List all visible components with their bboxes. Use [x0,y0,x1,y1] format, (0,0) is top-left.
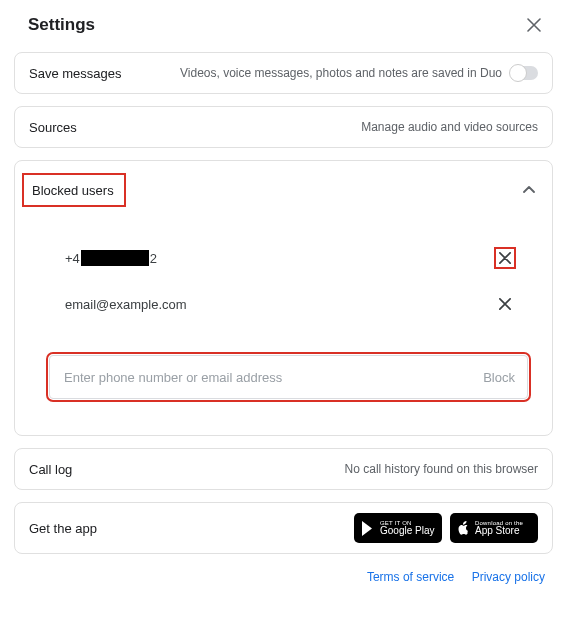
page-title: Settings [28,15,95,35]
blocked-number-suffix: 2 [150,251,157,266]
save-messages-label: Save messages [29,66,122,81]
save-messages-toggle[interactable] [510,66,538,80]
blocked-entry: email@example.com [65,287,516,333]
get-app-card: Get the app GET IT ON Google Play Downlo… [14,502,553,554]
app-store-big: App Store [475,526,523,536]
save-messages-desc: Videos, voice messages, photos and notes… [122,66,511,80]
blocked-email: email@example.com [65,297,187,312]
terms-link[interactable]: Terms of service [367,570,454,584]
blocked-list: +4 2 email@example.com [15,219,552,341]
blocked-entry: +4 2 [65,241,516,287]
call-log-desc: No call history found on this browser [345,462,538,476]
apple-icon [457,521,470,536]
block-input[interactable] [64,370,481,385]
blocked-users-header[interactable]: Blocked users [22,173,126,207]
google-play-icon [361,521,375,536]
call-log-card: Call log No call history found on this b… [14,448,553,490]
sources-label: Sources [29,120,77,135]
block-input-row: Block [49,355,528,399]
blocked-users-card: Blocked users +4 2 email@example.com Blo… [14,160,553,436]
app-store-badge[interactable]: Download on the App Store [450,513,538,543]
redacted-segment [81,250,149,266]
save-messages-card: Save messages Videos, voice messages, ph… [14,52,553,94]
close-icon [527,18,541,32]
privacy-link[interactable]: Privacy policy [472,570,545,584]
block-button[interactable]: Block [481,366,517,389]
chevron-up-icon [523,186,535,194]
close-icon [499,252,511,264]
sources-card[interactable]: Sources Manage audio and video sources [14,106,553,148]
call-log-label: Call log [29,462,72,477]
google-play-badge[interactable]: GET IT ON Google Play [354,513,442,543]
collapse-button[interactable] [520,181,538,199]
blocked-users-title: Blocked users [32,183,114,198]
unblock-button[interactable] [494,247,516,269]
sources-desc: Manage audio and video sources [361,120,538,134]
blocked-number: +4 2 [65,250,157,266]
google-play-big: Google Play [380,526,434,536]
get-app-label: Get the app [29,521,97,536]
close-icon [499,298,511,310]
footer-links: Terms of service Privacy policy [0,566,567,584]
unblock-button[interactable] [494,293,516,315]
close-button[interactable] [523,14,545,36]
blocked-number-prefix: +4 [65,251,80,266]
